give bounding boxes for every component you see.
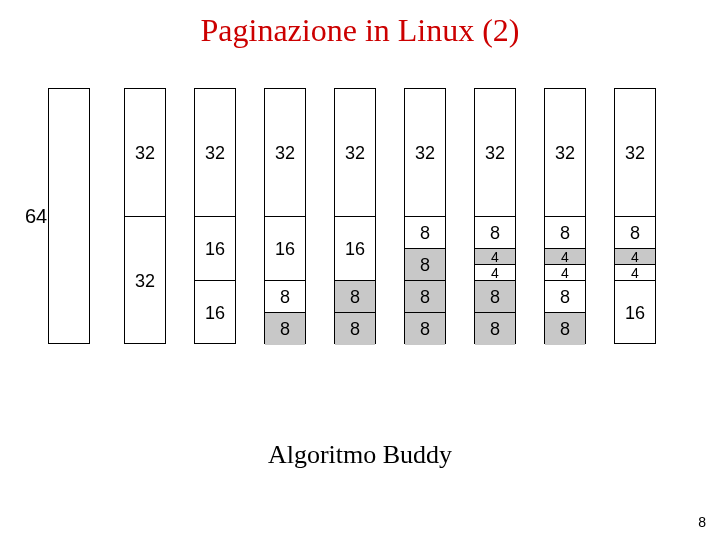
memory-block: 8 — [335, 281, 375, 313]
memory-block: 32 — [475, 89, 515, 217]
memory-block: 8 — [475, 217, 515, 249]
memory-block: 32 — [545, 89, 585, 217]
memory-block: 8 — [405, 217, 445, 249]
memory-block: 32 — [125, 89, 165, 217]
slide-title: Paginazione in Linux (2) — [0, 12, 720, 49]
memory-block — [49, 89, 89, 345]
memory-block: 8 — [405, 313, 445, 345]
memory-block: 16 — [195, 217, 235, 281]
memory-column: 3284488 — [544, 88, 586, 344]
memory-block: 32 — [195, 89, 235, 217]
memory-block: 16 — [265, 217, 305, 281]
memory-block: 8 — [545, 217, 585, 249]
memory-block: 8 — [475, 281, 515, 313]
memory-block: 4 — [615, 265, 655, 281]
memory-block: 4 — [545, 265, 585, 281]
memory-block: 8 — [405, 281, 445, 313]
memory-column: 321688 — [264, 88, 306, 344]
memory-block: 32 — [615, 89, 655, 217]
memory-column — [48, 88, 90, 344]
label-64: 64 — [26, 88, 46, 344]
memory-block: 8 — [475, 313, 515, 345]
memory-block: 32 — [405, 89, 445, 217]
memory-block: 8 — [265, 313, 305, 345]
memory-block: 16 — [195, 281, 235, 345]
memory-column: 321616 — [194, 88, 236, 344]
memory-block: 4 — [615, 249, 655, 265]
memory-block: 8 — [265, 281, 305, 313]
buddy-diagram: 64 3232321616321688321688328888328448832… — [48, 88, 672, 344]
memory-block: 8 — [405, 249, 445, 281]
memory-column: 321688 — [334, 88, 376, 344]
memory-block: 4 — [475, 249, 515, 265]
memory-block: 32 — [265, 89, 305, 217]
slide-subtitle: Algoritmo Buddy — [0, 440, 720, 470]
memory-block: 4 — [545, 249, 585, 265]
memory-column: 3284416 — [614, 88, 656, 344]
memory-block: 8 — [545, 281, 585, 313]
memory-column: 3284488 — [474, 88, 516, 344]
memory-block: 8 — [335, 313, 375, 345]
page-number: 8 — [698, 514, 706, 530]
memory-block: 8 — [615, 217, 655, 249]
memory-block: 32 — [335, 89, 375, 217]
memory-block: 32 — [125, 217, 165, 345]
memory-block: 16 — [615, 281, 655, 345]
memory-column: 3232 — [124, 88, 166, 344]
memory-block: 16 — [335, 217, 375, 281]
memory-block: 8 — [545, 313, 585, 345]
memory-column: 328888 — [404, 88, 446, 344]
memory-block: 4 — [475, 265, 515, 281]
